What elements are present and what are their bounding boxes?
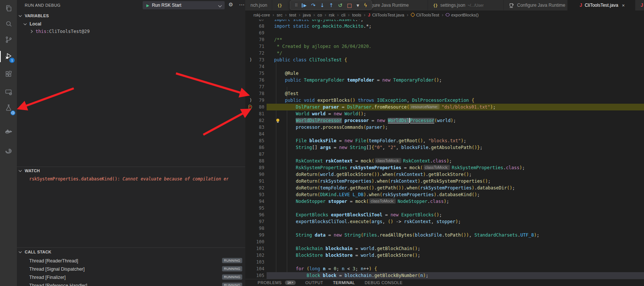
variable-row-this[interactable]: this: CliToolsTest@29: [30, 28, 90, 35]
code-line-104[interactable]: 104for (long n = 0; n < 3; n++) {: [245, 265, 644, 272]
run-config-dropdown[interactable]: ▶ Run RSK Start: [143, 1, 225, 9]
breadcrumb-item[interactable]: test: [289, 13, 296, 17]
code-line-93[interactable]: 93doReturn(DbKind.LEVE L_DB).when(rskSys…: [245, 191, 644, 198]
editor-group[interactable]: 67import static org.junit.Assert.*;68imp…: [245, 0, 644, 286]
code-line-96[interactable]: 96ExportBlocks exportBlocksCliTool = new…: [245, 212, 644, 218]
code-line-83[interactable]: 83processor.processCommands(parser);: [245, 124, 644, 131]
variables-scope-local[interactable]: Local: [24, 20, 41, 28]
panel-tab-terminal[interactable]: TERMINAL: [333, 280, 355, 285]
code-line-78[interactable]: 78@Test: [245, 90, 644, 97]
gear-icon[interactable]: ⚙: [228, 1, 233, 7]
code-text: doReturn(world.getBlockStore()).when(rsk…: [296, 171, 472, 178]
tab-icon-only-6[interactable]: J: [635, 0, 644, 10]
breadcrumb-item[interactable]: co: [318, 13, 322, 17]
breadcrumb-item[interactable]: tools: [352, 13, 361, 17]
call-stack-thread-row[interactable]: Thread [Finalizer]RUNNING: [17, 273, 245, 282]
source-control-icon[interactable]: [0, 31, 17, 48]
code-line-102[interactable]: 102BlockStore blockStore = world.getBloc…: [245, 252, 644, 259]
code-line-100[interactable]: 100: [245, 238, 644, 245]
code-line-88[interactable]: 88RskContext rskContext = mock(classToMo…: [245, 158, 644, 164]
call-stack-thread-row[interactable]: Thread [ReaderThread]RUNNING: [17, 257, 245, 265]
code-line-77[interactable]: 77: [245, 83, 644, 90]
code-line-91[interactable]: 91doReturn(rskSystemProperties).when(rsk…: [245, 178, 644, 185]
gradle-icon[interactable]: [0, 143, 17, 159]
breadcrumb-item[interactable]: src: [277, 13, 282, 17]
code-line-105[interactable]: 105Block block = blockchain.getBlockByNu…: [245, 272, 644, 279]
testing-icon[interactable]: [0, 100, 17, 116]
call-stack-thread-row[interactable]: Thread [Signal Dispatcher]RUNNING: [17, 265, 245, 273]
fold-marker-icon[interactable]: ): [249, 97, 252, 104]
close-icon[interactable]: ×: [622, 3, 625, 8]
panel-tab-debug-console[interactable]: DEBUG CONSOLE: [365, 280, 402, 285]
debug-toolbar[interactable]: ⠿▶↷↓↑↺□▾ϟ: [290, 0, 372, 10]
call-stack-section-header[interactable]: CALL STACK: [17, 248, 245, 256]
drag-handle-icon[interactable]: ⠿: [295, 3, 297, 7]
breadcrumb-item-method[interactable]: exportBlocks(): [446, 13, 479, 17]
code-line-80[interactable]: 80DslParser parser = DslParser.fromResou…: [245, 104, 644, 110]
code-line-75[interactable]: 75@Rule: [245, 70, 644, 77]
hot-code-replace-button[interactable]: ϟ: [364, 3, 367, 8]
call-stack-thread-row[interactable]: Thread [Reference Handler]RUNNING: [17, 282, 245, 286]
code-line-76[interactable]: 76public TemporaryFolder tempFolder = ne…: [245, 77, 644, 83]
code-area[interactable]: 67import static org.junit.Assert.*;68imp…: [245, 0, 644, 279]
breadcrumb-item-file[interactable]: JCliToolsTest.java: [368, 13, 404, 17]
run-and-debug-icon[interactable]: 1: [0, 48, 17, 64]
step-out-button[interactable]: ↑: [329, 3, 334, 8]
code-line-68[interactable]: 68import static org.mockito.Mockito.*;: [245, 23, 644, 30]
search-icon[interactable]: [0, 16, 17, 32]
code-line-89[interactable]: 89RskSystemProperties rskSystemPropertie…: [245, 164, 644, 171]
panel-tab-output[interactable]: OUTPUT: [306, 280, 323, 285]
restart-button[interactable]: ↺: [338, 3, 343, 8]
line-number: 77: [253, 83, 264, 90]
breadcrumb-item[interactable]: rsk: [329, 13, 334, 17]
step-into-button[interactable]: ↓: [320, 3, 325, 8]
code-line-82[interactable]: 82WorldDslProcessor processor = new Worl…: [245, 117, 644, 124]
tab-settings-json[interactable]: {}settings.json~/.../User: [428, 0, 504, 10]
code-line-69[interactable]: 69: [245, 30, 644, 36]
stop-button[interactable]: □: [347, 3, 352, 8]
code-text: @Test: [285, 90, 298, 97]
continue-button[interactable]: ▶: [302, 3, 306, 7]
code-line-73[interactable]: )73public class CliToolsTest {: [245, 57, 644, 63]
code-line-84[interactable]: 84: [245, 131, 644, 137]
code-line-81[interactable]: 81World world = new World();: [245, 110, 644, 117]
code-line-98[interactable]: 98: [245, 225, 644, 232]
step-over-button[interactable]: ↷: [311, 3, 316, 8]
code-line-74[interactable]: 74: [245, 63, 644, 70]
code-line-72[interactable]: 72 */: [245, 50, 644, 57]
variables-section-header[interactable]: VARIABLES: [17, 12, 245, 19]
more-actions-icon[interactable]: ⋯: [239, 1, 244, 8]
docker-icon[interactable]: [0, 124, 17, 140]
fold-marker-icon[interactable]: ): [249, 57, 252, 63]
breadcrumb-item[interactable]: rskj-core: [253, 13, 270, 17]
tab-clitoolstest-java[interactable]: JCliToolsTest.java×: [568, 0, 635, 10]
code-line-92[interactable]: 92doReturn(tempFolder.getRoot().getPath(…: [245, 185, 644, 191]
watch-expression-row[interactable]: rskSystemProperties.databaseKind(): Cann…: [29, 175, 228, 183]
panel-tab-problems[interactable]: PROBLEMS1K+: [258, 280, 296, 285]
code-line-85[interactable]: 85File blocksFile = new File(tempFolder.…: [245, 137, 644, 144]
tab-nch-json[interactable]: nch.json: [245, 0, 272, 10]
explorer-icon[interactable]: [0, 0, 17, 16]
stop-dropdown-button[interactable]: ▾: [356, 3, 359, 8]
code-line-99[interactable]: 99String data = new String(Files.readAll…: [245, 232, 644, 238]
code-line-71[interactable]: 71 * Created by ajlopez on 26/04/2020.: [245, 43, 644, 50]
code-line-70[interactable]: 70/**: [245, 36, 644, 43]
code-line-97[interactable]: 97exportBlocksCliTool.execute(args, () -…: [245, 218, 644, 225]
lightbulb-icon[interactable]: [276, 119, 279, 122]
remote-explorer-icon[interactable]: [0, 84, 17, 100]
code-line-79[interactable]: )79public void exportBlocks() throws IOE…: [245, 97, 644, 104]
code-line-94[interactable]: 94NodeStopper stopper = mock(classToMock…: [245, 198, 644, 205]
watch-section-header[interactable]: WATCH: [17, 167, 245, 174]
code-line-86[interactable]: 86String[] args = new String[]{"0", "2",…: [245, 144, 644, 151]
current-instruction-pointer-icon[interactable]: [249, 105, 252, 109]
extensions-icon[interactable]: [0, 66, 17, 82]
breadcrumb-item-class[interactable]: CliToolsTest: [411, 13, 439, 17]
code-line-101[interactable]: 101Blockchain blockchain = world.getBloc…: [245, 245, 644, 252]
breadcrumb-item[interactable]: java: [303, 13, 311, 17]
breadcrumb-item[interactable]: cli: [341, 13, 346, 17]
code-line-103[interactable]: 103: [245, 259, 644, 265]
code-line-95[interactable]: 95: [245, 205, 644, 212]
code-line-90[interactable]: 90doReturn(world.getBlockStore()).when(r…: [245, 171, 644, 178]
tab-configure-java-runtime[interactable]: Configure Java Runtime: [504, 0, 568, 10]
code-line-87[interactable]: 87: [245, 151, 644, 158]
